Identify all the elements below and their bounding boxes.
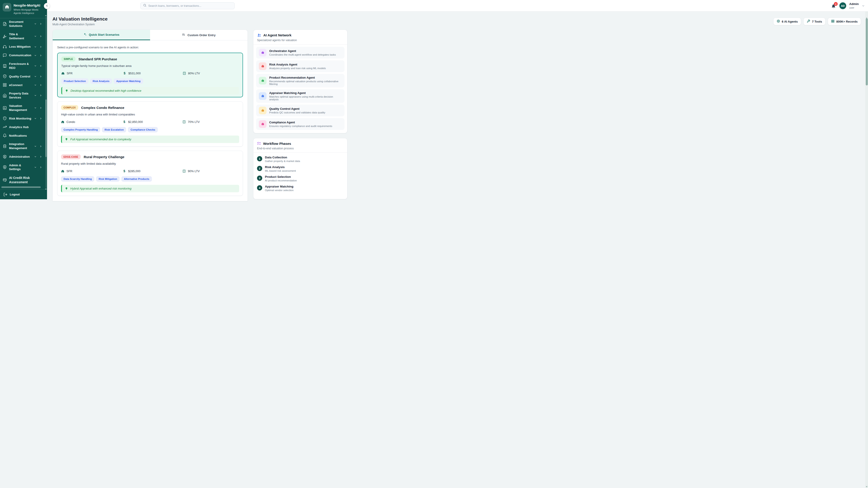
scenario-title: Standard SFR Purchase xyxy=(79,57,117,61)
agent-name: Quality Control Agent xyxy=(269,107,325,110)
grid-icon xyxy=(3,83,7,87)
dollar-icon: $ xyxy=(123,71,126,75)
sidebar-horizontal-scrollbar-thumb[interactable] xyxy=(1,186,41,188)
chevron-down-icon[interactable] xyxy=(34,54,37,57)
lightbulb-icon xyxy=(65,187,68,190)
chevron-right-icon[interactable] xyxy=(39,75,42,78)
chevron-down-icon[interactable] xyxy=(34,156,37,158)
sidebar-item-label: Integration Management xyxy=(9,142,32,150)
building-icon xyxy=(182,169,186,173)
sidebar-item-econnect[interactable]: eConnect xyxy=(3,80,42,89)
sidebar-item-label: Title & Settlement xyxy=(9,32,32,40)
chevron-down-icon[interactable] xyxy=(34,107,37,109)
chat-icon xyxy=(3,53,7,57)
sidebar-item-admin-settings[interactable]: Admin & Settings xyxy=(3,161,42,173)
chevron-right-icon[interactable] xyxy=(39,46,42,48)
sidebar-item-foreclosure-reo[interactable]: Foreclosure & REO xyxy=(3,60,42,72)
robot-icon xyxy=(259,62,267,70)
workflow-phase-1: 1 Data Collection Gather property & mark… xyxy=(257,156,344,162)
scenario-card-complex-condo-refinance[interactable]: COMPLEX Complex Condo Refinance High-val… xyxy=(57,101,243,147)
chevron-down-icon[interactable] xyxy=(34,23,37,25)
shield-check-icon xyxy=(3,74,7,78)
credit-card-check-icon xyxy=(3,178,7,182)
chevron-down-icon[interactable] xyxy=(34,166,37,168)
search-input[interactable] xyxy=(148,4,232,7)
workflow-phase-2: 2 Risk Analysis ML-based risk assessment xyxy=(257,165,344,172)
chevron-down-icon[interactable] xyxy=(34,35,37,37)
tab-quick-start-scenarios[interactable]: Quick Start Scenarios xyxy=(53,30,150,40)
sidebar-item-label: Property Data Services xyxy=(9,92,32,99)
chevron-down-icon[interactable] xyxy=(34,94,37,97)
chevron-right-icon[interactable] xyxy=(39,35,42,37)
chevron-right-icon[interactable] xyxy=(39,84,42,86)
trending-icon xyxy=(3,125,7,129)
chevron-right-icon[interactable] xyxy=(39,156,42,158)
chevron-right-icon[interactable] xyxy=(39,145,42,148)
tab-custom-order-entry[interactable]: Custom Order Entry xyxy=(150,30,248,40)
global-search[interactable] xyxy=(141,2,235,9)
agent-risk-analysis: Risk Analysis Agent Analyzes property an… xyxy=(256,60,344,72)
chevron-right-icon[interactable] xyxy=(39,166,42,168)
chevron-down-icon[interactable] xyxy=(34,117,37,120)
scenario-card-standard-sfr-purchase[interactable]: SIMPLE Standard SFR Purchase Typical sin… xyxy=(57,53,243,97)
chevron-right-icon[interactable] xyxy=(39,65,42,67)
chevron-down-icon[interactable] xyxy=(34,145,37,148)
sidebar-item-risk-monitoring[interactable]: Risk Monitoring xyxy=(3,114,42,123)
agent-product-recommendation: Product Recommendation Agent Recommends … xyxy=(256,74,344,88)
sidebar-item-analytics-hub[interactable]: Analytics Hub xyxy=(3,123,42,131)
workflow-phases-panel: Workflow Phases End-to-end valuation pro… xyxy=(253,138,347,199)
chevron-right-icon[interactable] xyxy=(39,107,42,109)
chevron-down-icon[interactable] xyxy=(34,75,37,78)
page-subtitle: Multi-Agent Orchestration System xyxy=(53,23,95,26)
logout-button[interactable]: Logout xyxy=(0,189,47,199)
agent-name: Orchestrator Agent xyxy=(269,49,336,53)
recommendation-callout: Hybrid Appraisal with enhanced risk moni… xyxy=(61,185,239,192)
sidebar-item-ai-credit-risk-assessment[interactable]: AI Credit Risk Assessment xyxy=(3,173,42,187)
capability-tag: Alternative Products xyxy=(121,176,152,182)
sidebar-item-integration-management[interactable]: Integration Management xyxy=(3,140,42,152)
chevron-right-icon[interactable] xyxy=(39,54,42,57)
building-icon xyxy=(3,64,7,68)
sidebar-item-label: Foreclosure & REO xyxy=(9,62,32,70)
brand-logo xyxy=(3,3,11,11)
chevron-right-icon[interactable] xyxy=(39,117,42,120)
chevron-right-icon[interactable] xyxy=(39,94,42,97)
workflow-phase-3: 3 Product Selection AI product recommend… xyxy=(257,175,344,182)
agent-description: Recommends optimal valuation products us… xyxy=(269,80,342,86)
scenario-badge: EDGE-CASE xyxy=(61,154,81,159)
sidebar-item-document-solutions[interactable]: Document Solutions xyxy=(3,18,42,30)
sidebar-item-title-settlement[interactable]: Title & Settlement xyxy=(3,30,42,42)
agent-name: Appraiser Matching Agent xyxy=(269,91,342,95)
sidebar-scroll-up-icon[interactable] xyxy=(45,15,47,16)
sidebar-item-valuation-management[interactable]: Valuation Management xyxy=(3,102,42,114)
clipboard-code-icon xyxy=(3,144,7,148)
gavel-icon xyxy=(3,34,7,38)
agent-description: Analyzes property and loan risk using ML… xyxy=(269,67,326,70)
sidebar-scrollbar-thumb[interactable] xyxy=(45,99,46,157)
panel-title: Workflow Phases xyxy=(263,142,291,145)
phase-description: Optimal vendor selection xyxy=(265,189,293,192)
building-icon xyxy=(183,72,186,75)
house-icon xyxy=(5,4,9,10)
sidebar-item-administration[interactable]: Administration xyxy=(3,153,42,161)
property-type-fact: Condo xyxy=(61,120,123,124)
shield-user-icon xyxy=(3,165,7,169)
sidebar-item-loss-mitigation[interactable]: Loss Mitigation xyxy=(3,42,42,51)
chevron-down-icon[interactable] xyxy=(34,84,37,86)
chevron-down-icon[interactable] xyxy=(34,46,37,48)
sidebar-item-communication[interactable]: Communication xyxy=(3,51,42,60)
chevron-down-icon[interactable] xyxy=(34,65,37,67)
robot-icon xyxy=(259,107,267,114)
sidebar: Nexgile-MortgAI Where Mortgage Meets Age… xyxy=(0,0,47,199)
brand-title: Nexgile-MortgAI xyxy=(13,3,44,7)
sidebar-header: Nexgile-MortgAI Where Mortgage Meets Age… xyxy=(0,0,47,18)
chevron-right-icon[interactable] xyxy=(39,23,42,25)
scenario-card-rural-property-challenge[interactable]: EDGE-CASE Rural Property Challenge Rural… xyxy=(57,151,243,196)
sidebar-item-notifications[interactable]: Notifications xyxy=(3,131,42,140)
sidebar-item-quality-control[interactable]: Quality Control xyxy=(3,72,42,80)
agent-quality-control: Quality Control Agent Predicts QC outcom… xyxy=(256,105,344,116)
building-icon xyxy=(182,120,186,124)
sidebar-item-property-data-services[interactable]: Property Data Services xyxy=(3,89,42,102)
agent-name: Risk Analysis Agent xyxy=(269,63,326,66)
sidebar-collapse-button[interactable] xyxy=(44,3,50,9)
